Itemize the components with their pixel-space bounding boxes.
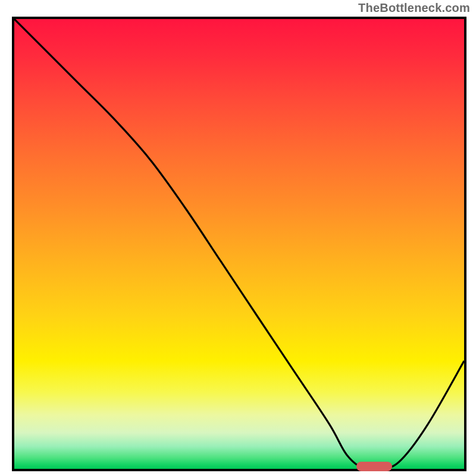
chart-container: TheBottleneck.com	[0, 0, 476, 476]
plot-frame	[12, 17, 466, 471]
bottleneck-curve	[14, 19, 464, 469]
watermark-text: TheBottleneck.com	[358, 1, 470, 15]
optimal-marker	[356, 462, 392, 471]
curve-layer	[14, 19, 464, 469]
